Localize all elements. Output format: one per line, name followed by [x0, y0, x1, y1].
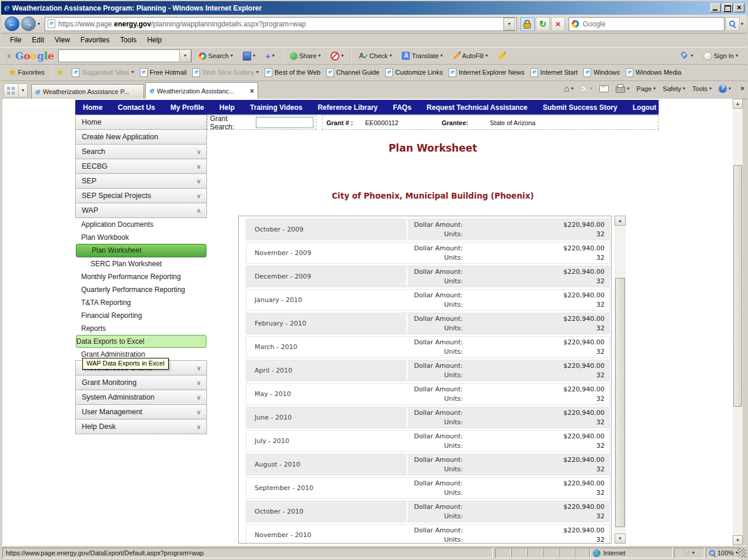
table-scrollbar[interactable]: ▲ ▼ [615, 216, 626, 544]
favorite-link[interactable]: Windows Media ▾ [623, 66, 684, 79]
sidebar-item[interactable]: Application Documents [75, 218, 207, 231]
table-row[interactable]: December - 2009 Dollar Amount: $220,940.… [246, 266, 610, 287]
search-go-button[interactable] [726, 17, 740, 31]
table-row[interactable]: November - 2010 Dollar Amount: $220,940.… [246, 524, 610, 544]
favorite-link[interactable]: Internet Start ▾ [527, 66, 581, 79]
feeds-button[interactable]: ▾ [579, 83, 594, 93]
favorites-button[interactable]: ★ Favorites [6, 66, 48, 78]
tab-close-icon[interactable]: × [250, 87, 254, 95]
popup-blocker-button[interactable]: ▾ [328, 50, 346, 62]
address-dropdown[interactable]: ▾ [503, 18, 515, 31]
sidebar-item[interactable]: Data Exports to Excel [76, 335, 206, 348]
table-row[interactable]: June - 2010 Dollar Amount: $220,940.00 U… [246, 407, 610, 428]
translate-button[interactable]: Translate ▾ [399, 50, 445, 62]
sidebar-item[interactable]: Home [75, 115, 207, 130]
search-box[interactable] [569, 17, 724, 31]
favorite-link[interactable]: Channel Guide ▾ [323, 66, 382, 79]
address-input[interactable]: https://www.page.energy.gov/planning/wap… [45, 17, 517, 31]
share-button[interactable]: Share ▾ [287, 51, 323, 62]
zoom-control[interactable]: 100% ▾ [706, 548, 741, 558]
scroll-up-button[interactable]: ▲ [733, 99, 743, 109]
google-search-input[interactable] [59, 52, 179, 60]
grant-search-input[interactable] [256, 117, 313, 128]
resize-grip[interactable] [738, 548, 746, 558]
menu-item[interactable]: File [5, 34, 26, 46]
add-favorite-button[interactable]: ★ [54, 66, 67, 78]
sidebar-item[interactable]: Create New Application [75, 129, 207, 145]
sidebar-item[interactable]: System Administration ∨ [75, 390, 207, 405]
minimize-button[interactable] [710, 4, 721, 12]
nav-item[interactable]: Contact Us [110, 103, 162, 112]
scroll-up-button[interactable]: ▲ [615, 216, 626, 226]
read-mail-button[interactable] [597, 84, 610, 93]
scroll-down-button[interactable]: ▼ [733, 535, 743, 545]
bookmarks-button[interactable]: ▾ [240, 50, 258, 62]
tab-list-dropdown[interactable]: ▾ [19, 83, 28, 98]
sign-in-button[interactable]: Sign In ▾ [700, 50, 741, 62]
table-row[interactable]: October - 2009 Dollar Amount: $220,940.0… [246, 219, 610, 240]
toolbar-settings-button[interactable]: ▾ [678, 50, 696, 62]
sidebar-item[interactable]: Grant Monitoring ∨ [75, 375, 207, 390]
menu-item[interactable]: View [49, 34, 75, 46]
page-menu[interactable]: Page▾ [635, 84, 657, 93]
tools-menu[interactable]: Tools▾ [690, 84, 713, 93]
favorite-link[interactable]: Free Hotmail ▾ [137, 66, 190, 79]
table-row[interactable]: August - 2010 Dollar Amount: $220,940.00… [246, 454, 610, 475]
table-row[interactable]: November - 2009 Dollar Amount: $220,940.… [246, 242, 610, 264]
menu-item[interactable]: Help [142, 34, 167, 46]
stop-button[interactable]: × [551, 17, 565, 31]
add-bookmark-button[interactable]: +▾ [262, 51, 278, 62]
back-button[interactable]: ← [5, 16, 19, 31]
autofill-button[interactable]: AutoFill ▾ [450, 51, 491, 61]
sidebar-item[interactable]: SERC Plan Worksheet [75, 257, 207, 270]
toolbar-overflow-chevron[interactable]: » [740, 84, 744, 92]
sidebar-item[interactable]: Financial Reporting [75, 309, 207, 322]
maximize-button[interactable] [722, 4, 733, 12]
nav-item[interactable]: Submit Success Story [535, 103, 625, 112]
sidebar-item[interactable]: Plan Worksheet [76, 244, 206, 257]
sidebar-item[interactable]: Help Desk ∨ [75, 419, 207, 434]
nav-item[interactable]: FAQs [385, 103, 419, 112]
search-options-dropdown[interactable]: ▾ [741, 22, 743, 26]
sidebar-item[interactable]: Search ∨ [75, 144, 207, 159]
close-toolbar-icon[interactable]: x [7, 52, 11, 60]
table-row[interactable]: September - 2010 Dollar Amount: $220,940… [246, 477, 610, 499]
favorite-link[interactable]: Web Slice Gallery ▾ [189, 66, 261, 79]
scrollbar-thumb[interactable] [733, 165, 742, 407]
favorite-link[interactable]: Internet Explorer News ▾ [446, 66, 527, 79]
menu-item[interactable]: Favorites [75, 34, 115, 46]
sidebar-item[interactable]: T&TA Reporting [75, 296, 207, 309]
nav-item[interactable]: Training Videos [242, 103, 310, 112]
nav-item[interactable]: My Profile [163, 103, 212, 112]
sidebar-item[interactable]: SEP Special Projects ∨ [75, 188, 207, 203]
sidebar-item[interactable]: Quarterly Performance Reporting [75, 283, 207, 296]
sidebar-item[interactable]: WAP ∧ [75, 203, 207, 218]
favorite-link[interactable]: Suggested Sites ▾ [69, 66, 136, 79]
nav-item[interactable]: Logout [625, 103, 664, 112]
nav-item[interactable]: Home [75, 103, 110, 112]
sidebar-item[interactable]: User Management ∨ [75, 404, 207, 420]
sidebar-item[interactable]: EECBG ∨ [75, 159, 207, 174]
google-logo[interactable]: Google [15, 50, 54, 62]
table-row[interactable]: January - 2010 Dollar Amount: $220,940.0… [246, 289, 610, 311]
google-search-dropdown[interactable]: ▾ [179, 49, 191, 62]
highlighter-button[interactable] [495, 53, 509, 59]
help-button[interactable]: ▾ [717, 83, 733, 94]
sidebar-item[interactable]: Monthly Performance Reporting [75, 270, 207, 283]
nav-item[interactable]: Help [212, 103, 242, 112]
recent-pages-dropdown[interactable]: ▾ [38, 22, 40, 26]
sidebar-item[interactable]: Reports [75, 322, 207, 335]
search-input[interactable] [582, 19, 722, 29]
forward-button[interactable]: → [21, 16, 36, 31]
scrollbar-thumb[interactable] [615, 278, 625, 527]
security-lock-button[interactable] [520, 17, 535, 31]
table-row[interactable]: March - 2010 Dollar Amount: $220,940.00 … [246, 336, 610, 358]
favorite-link[interactable]: Windows ▾ [580, 66, 623, 79]
table-row[interactable]: April - 2010 Dollar Amount: $220,940.00 … [246, 360, 610, 381]
menu-item[interactable]: Edit [26, 34, 49, 46]
google-search-button[interactable]: Search ▾ [196, 51, 236, 62]
safety-menu[interactable]: Safety▾ [661, 84, 687, 93]
print-button[interactable]: ▾ [614, 83, 631, 94]
menu-item[interactable]: Tools [115, 34, 142, 46]
protected-mode-panel[interactable]: ▾ [674, 548, 704, 558]
